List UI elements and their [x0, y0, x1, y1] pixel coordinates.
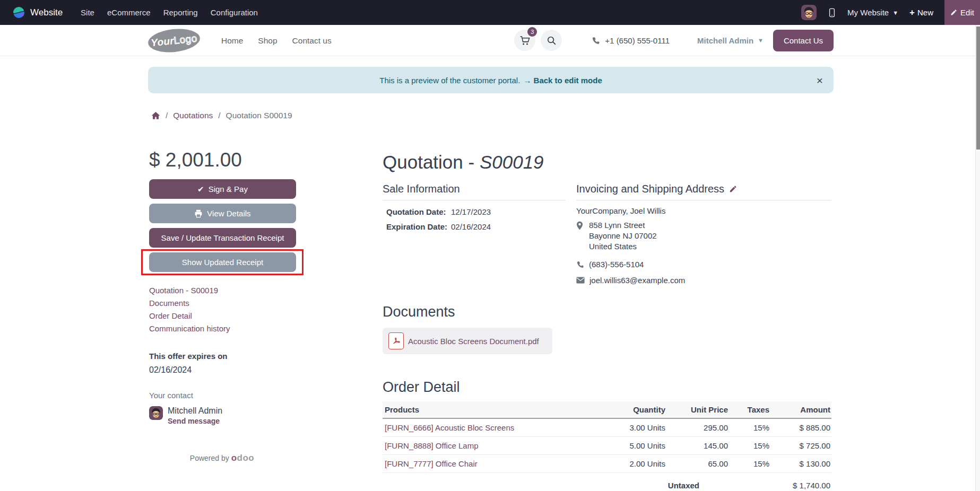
col-taxes: Taxes	[729, 401, 770, 418]
top-menu: Site eCommerce Reporting Configuration	[74, 0, 264, 25]
customer-address: 858 Lynn Street Bayonne NJ 07002 United …	[576, 220, 831, 252]
send-message-link[interactable]: Send message	[168, 417, 222, 425]
powered-by-label: Powered by	[190, 454, 229, 462]
topbar-right: My Website ▼ + New Edit	[801, 0, 980, 25]
portal-preview-banner: This is a preview of the customer portal…	[148, 67, 834, 93]
menu-reporting[interactable]: Reporting	[157, 0, 204, 25]
your-contact-label: Your contact	[149, 391, 296, 400]
sign-and-pay-button[interactable]: ✔ Sign & Pay	[149, 179, 296, 199]
sidebar-link-order-detail[interactable]: Order Detail	[149, 312, 296, 320]
view-details-button[interactable]: View Details	[149, 204, 296, 223]
contact-name: Mitchell Admin	[168, 406, 222, 415]
invoicing-shipping-heading: Invoicing and Shipping Address	[576, 183, 724, 195]
nav-home[interactable]: Home	[214, 25, 250, 56]
expiry-date: 02/16/2024	[149, 365, 296, 375]
search-button[interactable]	[541, 30, 562, 51]
pdf-file-icon	[388, 332, 404, 349]
new-label: New	[917, 8, 933, 17]
chevron-down-icon: ▼	[758, 37, 764, 43]
quotation-date-value: 12/17/2023	[451, 207, 491, 216]
documents-heading: Documents	[383, 304, 831, 320]
breadcrumb-current: Quotation S00019	[226, 111, 292, 120]
untaxed-amount-row: Untaxed Amount $ 1,740.00	[383, 481, 831, 491]
sale-information-section: Sale Information Quotation Date: 12/17/2…	[383, 183, 566, 285]
printer-icon	[194, 209, 203, 218]
portal-user-dropdown[interactable]: Mitchell Admin ▼	[697, 36, 764, 45]
edit-label: Edit	[960, 8, 974, 17]
save-update-receipt-label: Save / Update Transaction Receipt	[161, 233, 284, 242]
user-avatar[interactable]	[801, 5, 817, 20]
cart-count-badge: 3	[527, 27, 537, 37]
contact-us-button[interactable]: Contact Us	[773, 30, 834, 51]
sidebar-link-documents[interactable]: Documents	[149, 299, 296, 307]
offer-expiry: This offer expires on 02/16/2024	[149, 352, 296, 375]
site-logo[interactable]: YourLogo	[147, 26, 201, 54]
document-attachment[interactable]: Acoustic Bloc Screens Document.pdf	[383, 328, 552, 354]
odoo-logo[interactable]: odoo	[231, 453, 255, 463]
vertical-scrollbar[interactable]	[975, 25, 980, 491]
back-to-edit-mode-link[interactable]: → Back to edit mode	[523, 76, 602, 85]
view-details-label: View Details	[207, 209, 250, 218]
amount-cell: $ 725.00	[770, 437, 831, 455]
taxes-cell: 15%	[729, 437, 770, 455]
header-phone-number: +1 (650) 555-0111	[605, 36, 670, 45]
order-lines-table: Products Quantity Unit Price Taxes Amoun…	[383, 401, 831, 473]
table-row: [FURN_6666] Acoustic Bloc Screens 3.00 U…	[383, 418, 831, 437]
brand-label: Website	[30, 7, 63, 18]
envelope-icon	[576, 277, 585, 284]
cart-button[interactable]: 3	[514, 30, 535, 51]
quantity-cell: 3.00 Units	[621, 418, 666, 437]
scrollbar-thumb[interactable]	[976, 27, 980, 150]
sidebar-actions: ✔ Sign & Pay View Details Save / Update …	[149, 179, 296, 272]
taxes-cell: 15%	[729, 418, 770, 437]
home-icon[interactable]	[151, 111, 160, 120]
header-phone-link[interactable]: +1 (650) 555-0111	[592, 36, 670, 45]
sidebar-link-communication-history[interactable]: Communication history	[149, 325, 296, 332]
website-logo-icon	[13, 6, 25, 19]
nav-contact-us[interactable]: Contact us	[285, 25, 339, 56]
your-contact-block: Your contact Mi	[149, 391, 296, 425]
expiration-date-row: Expiration Date: 02/16/2024	[386, 222, 566, 231]
table-row: [FURN_8888] Office Lamp 5.00 Units 145.0…	[383, 437, 831, 455]
my-website-dropdown[interactable]: My Website ▼	[847, 8, 898, 17]
chevron-down-icon: ▼	[892, 10, 898, 16]
page: Website Site eCommerce Reporting Configu…	[0, 0, 980, 491]
powered-by: Powered by odoo	[148, 453, 296, 463]
product-link[interactable]: [FURN_7777] Office Chair	[385, 459, 478, 468]
save-update-transaction-receipt-button[interactable]: Save / Update Transaction Receipt	[149, 228, 296, 248]
quantity-cell: 5.00 Units	[621, 437, 666, 455]
sign-and-pay-label: Sign & Pay	[209, 185, 248, 194]
sale-information-heading: Sale Information	[383, 183, 566, 200]
edit-address-pencil-icon[interactable]	[729, 185, 737, 193]
sidebar-link-quotation[interactable]: Quotation - S00019	[149, 286, 296, 294]
taxes-cell: 15%	[729, 455, 770, 473]
amount-cell: $ 885.00	[770, 418, 831, 437]
breadcrumb-quotations[interactable]: Quotations	[173, 111, 213, 120]
nav-shop[interactable]: Shop	[250, 25, 284, 56]
untaxed-amount-value: $ 1,740.00	[699, 481, 831, 491]
page-title: Quotation - S00019	[383, 152, 831, 173]
table-header-row: Products Quantity Unit Price Taxes Amoun…	[383, 401, 831, 418]
address-street: 858 Lynn Street	[589, 220, 657, 231]
edit-button[interactable]: Edit	[944, 0, 980, 25]
customer-phone[interactable]: (683)-556-5104	[576, 260, 831, 269]
mobile-preview-icon[interactable]	[828, 7, 836, 19]
customer-company-name: YourCompany, Joel Willis	[576, 206, 831, 215]
product-link[interactable]: [FURN_8888] Office Lamp	[385, 441, 478, 450]
new-button[interactable]: + New	[909, 7, 933, 18]
customer-email[interactable]: joel.willis63@example.com	[576, 276, 831, 285]
breadcrumb-separator: /	[218, 111, 220, 120]
document-file-name: Acoustic Bloc Screens Document.pdf	[408, 337, 539, 346]
col-unit-price: Unit Price	[666, 401, 729, 418]
close-icon[interactable]: ×	[817, 75, 823, 86]
expiration-date-value: 02/16/2024	[451, 222, 491, 231]
quantity-cell: 2.00 Units	[621, 455, 666, 473]
menu-configuration[interactable]: Configuration	[204, 0, 264, 25]
unit-price-cell: 145.00	[666, 437, 729, 455]
menu-ecommerce[interactable]: eCommerce	[101, 0, 157, 25]
website-app-brand[interactable]: Website	[13, 6, 63, 19]
check-icon: ✔	[197, 185, 204, 194]
menu-site[interactable]: Site	[74, 0, 101, 25]
product-link[interactable]: [FURN_6666] Acoustic Bloc Screens	[385, 423, 514, 432]
show-updated-receipt-button[interactable]: Show Updated Receipt	[149, 252, 296, 272]
